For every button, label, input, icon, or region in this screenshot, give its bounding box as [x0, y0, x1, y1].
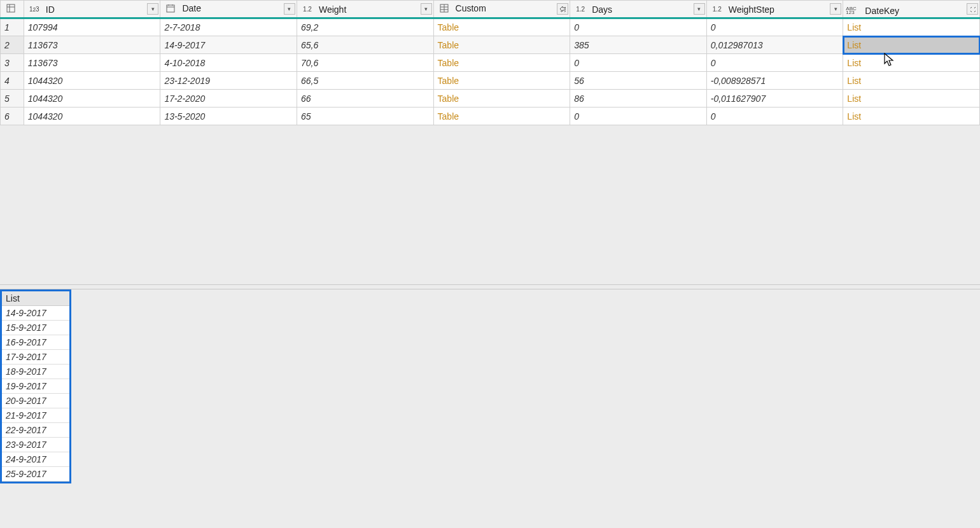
table-icon — [3, 4, 18, 13]
decimal-type-icon: 1.2 — [573, 6, 588, 13]
cell-datekey[interactable]: List — [843, 90, 980, 108]
column-header-datekey[interactable]: ABC123 DateKey — [843, 1, 980, 18]
cell-weightstep[interactable]: -0,011627907 — [706, 90, 843, 108]
cell-days[interactable]: 0 — [570, 18, 707, 36]
cell-custom[interactable]: Table — [433, 36, 570, 54]
table-row[interactable]: 4104432023-12-201966,5Table56-0,00892857… — [1, 72, 980, 90]
list-item[interactable]: 24-9-2017 — [2, 452, 69, 467]
cell-days[interactable]: 56 — [570, 72, 707, 90]
filter-button[interactable]: ▾ — [421, 3, 432, 15]
cell-datekey[interactable]: List — [843, 36, 980, 54]
svg-rect-3 — [167, 5, 174, 12]
preview-list[interactable]: List 14-9-201715-9-201716-9-201717-9-201… — [0, 289, 71, 483]
row-number[interactable]: 4 — [1, 72, 24, 90]
row-index-header[interactable] — [1, 1, 24, 18]
cell-weight[interactable]: 65 — [297, 108, 433, 125]
row-number[interactable]: 3 — [1, 54, 24, 72]
cell-id[interactable]: 1044320 — [24, 90, 160, 108]
row-number[interactable]: 5 — [1, 90, 24, 108]
table-row[interactable]: 31136734-10-201870,6Table00List — [1, 54, 980, 72]
column-header-weight[interactable]: 1.2 Weight ▾ — [297, 1, 433, 18]
cell-date[interactable]: 17-2-2020 — [160, 90, 297, 108]
list-item[interactable]: 15-9-2017 — [2, 321, 69, 335]
preview-pane: List 14-9-201715-9-201716-9-201717-9-201… — [0, 289, 980, 528]
list-item[interactable]: 20-9-2017 — [2, 394, 69, 408]
data-table: 123 ID ▾ Date ▾ 1.2 Weight ▾ — [0, 0, 980, 125]
cell-weightstep[interactable]: 0 — [706, 108, 843, 125]
row-number[interactable]: 6 — [1, 108, 24, 125]
column-header-custom[interactable]: Custom — [433, 1, 570, 18]
cell-custom[interactable]: Table — [433, 54, 570, 72]
table-body: 11079942-7-201869,2Table00List211367314-… — [1, 18, 980, 125]
cell-datekey[interactable]: List — [843, 18, 980, 36]
cell-id[interactable]: 113673 — [24, 54, 160, 72]
decimal-type-icon: 1.2 — [300, 6, 315, 13]
filter-button[interactable]: ▾ — [147, 3, 158, 15]
cell-weightstep[interactable]: -0,008928571 — [706, 72, 843, 90]
cell-datekey[interactable]: List — [843, 108, 980, 125]
cell-weightstep[interactable]: 0,012987013 — [706, 36, 843, 54]
data-table-wrap: 123 ID ▾ Date ▾ 1.2 Weight ▾ — [0, 0, 980, 125]
row-number[interactable]: 2 — [1, 36, 24, 54]
cell-weight[interactable]: 66 — [297, 90, 433, 108]
list-item[interactable]: 23-9-2017 — [2, 438, 69, 452]
pane-divider[interactable] — [0, 284, 980, 289]
cell-weightstep[interactable]: 0 — [706, 18, 843, 36]
int-type-icon: 123 — [27, 6, 42, 13]
list-item[interactable]: 16-9-2017 — [2, 335, 69, 350]
cell-weight[interactable]: 69,2 — [297, 18, 433, 36]
column-header-date[interactable]: Date ▾ — [160, 1, 297, 18]
cell-weight[interactable]: 70,6 — [297, 54, 433, 72]
cell-id[interactable]: 107994 — [24, 18, 160, 36]
filter-button[interactable]: ▾ — [284, 3, 295, 15]
table-row[interactable]: 11079942-7-201869,2Table00List — [1, 18, 980, 36]
cell-date[interactable]: 4-10-2018 — [160, 54, 297, 72]
row-number[interactable]: 1 — [1, 18, 24, 36]
column-header-id[interactable]: 123 ID ▾ — [24, 1, 160, 18]
column-label: Date — [182, 3, 201, 13]
list-item[interactable]: 19-9-2017 — [2, 379, 69, 394]
column-label: DateKey — [865, 6, 899, 16]
filter-button[interactable]: ▾ — [694, 3, 705, 15]
date-type-icon — [163, 4, 178, 13]
cell-days[interactable]: 86 — [570, 90, 707, 108]
cell-days[interactable]: 0 — [570, 54, 707, 72]
list-item[interactable]: 25-9-2017 — [2, 467, 69, 482]
cell-custom[interactable]: Table — [433, 72, 570, 90]
column-label: WeightStep — [729, 4, 774, 15]
cell-custom[interactable]: Table — [433, 108, 570, 125]
column-header-days[interactable]: 1.2 Days ▾ — [570, 1, 707, 18]
cell-datekey[interactable]: List — [843, 72, 980, 90]
cell-date[interactable]: 23-12-2019 — [160, 72, 297, 90]
cell-days[interactable]: 0 — [570, 108, 707, 125]
list-item[interactable]: 21-9-2017 — [2, 408, 69, 423]
column-label: ID — [46, 4, 55, 15]
cell-weightstep[interactable]: 0 — [706, 54, 843, 72]
cell-custom[interactable]: Table — [433, 90, 570, 108]
cell-days[interactable]: 385 — [570, 36, 707, 54]
list-item[interactable]: 17-9-2017 — [2, 350, 69, 365]
table-row[interactable]: 211367314-9-201765,6Table3850,012987013L… — [1, 36, 980, 54]
cell-custom[interactable]: Table — [433, 18, 570, 36]
cell-date[interactable]: 13-5-2020 — [160, 108, 297, 125]
list-item[interactable]: 18-9-2017 — [2, 365, 69, 379]
cell-id[interactable]: 1044320 — [24, 108, 160, 125]
table-row[interactable]: 5104432017-2-202066Table86-0,011627907Li… — [1, 90, 980, 108]
cell-date[interactable]: 2-7-2018 — [160, 18, 297, 36]
list-item[interactable]: 14-9-2017 — [2, 306, 69, 321]
column-header-weightstep[interactable]: 1.2 WeightStep ▾ — [706, 1, 843, 18]
cell-weight[interactable]: 65,6 — [297, 36, 433, 54]
cell-date[interactable]: 14-9-2017 — [160, 36, 297, 54]
expand-button[interactable] — [967, 3, 978, 15]
list-item[interactable]: 22-9-2017 — [2, 423, 69, 438]
any-type-icon: ABC123 — [846, 7, 861, 15]
filter-button[interactable]: ▾ — [830, 3, 841, 15]
expand-button[interactable] — [557, 3, 568, 15]
cell-datekey[interactable]: List — [843, 54, 980, 72]
cell-weight[interactable]: 66,5 — [297, 72, 433, 90]
column-label: Weight — [319, 4, 346, 15]
cell-id[interactable]: 113673 — [24, 36, 160, 54]
column-label: Custom — [456, 3, 486, 13]
table-row[interactable]: 6104432013-5-202065Table00List — [1, 108, 980, 125]
cell-id[interactable]: 1044320 — [24, 72, 160, 90]
